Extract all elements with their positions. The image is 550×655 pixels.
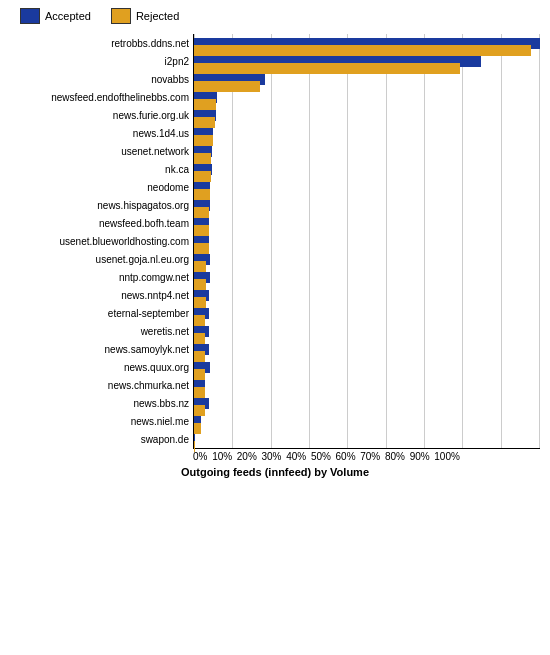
y-label: neodome	[10, 178, 193, 196]
y-label: i2pn2	[10, 52, 193, 70]
y-label: nntp.comgw.net	[10, 268, 193, 286]
chart-title: Outgoing feeds (innfeed) by Volume	[10, 466, 540, 478]
table-row: 996,885756,856	[194, 286, 540, 304]
y-label: newsfeed.bofh.team	[10, 214, 193, 232]
table-row: 996,802690,503	[194, 394, 540, 412]
table-row: 22,493,90621,882,171	[194, 34, 540, 52]
table-row: 1,185,9531,130,801	[194, 142, 540, 160]
table-row: 93,84993,849	[194, 430, 540, 448]
y-label: weretis.net	[10, 322, 193, 340]
y-label: retrobbs.ddns.net	[10, 34, 193, 52]
table-row: 999,449999,449	[194, 214, 540, 232]
bar-rejected	[194, 441, 195, 452]
y-label: usenet.blueworldhosting.com	[10, 232, 193, 250]
y-label: usenet.network	[10, 142, 193, 160]
y-label: news.bbs.nz	[10, 394, 193, 412]
x-axis-label: 80%	[385, 451, 405, 462]
table-row: 1,427,6531,380,529	[194, 106, 540, 124]
legend-rejected-label: Rejected	[136, 10, 179, 22]
legend-rejected-box	[111, 8, 131, 24]
table-row: 1,062,7091,002,871	[194, 196, 540, 214]
y-label: news.chmurka.net	[10, 376, 193, 394]
y-label: nk.ca	[10, 160, 193, 178]
legend-accepted-label: Accepted	[45, 10, 91, 22]
y-label: newsfeed.endofthelinebbs.com	[10, 88, 193, 106]
table-row: 703,446695,710	[194, 376, 540, 394]
y-label: eternal-september	[10, 304, 193, 322]
x-axis-label: 0%	[193, 451, 207, 462]
x-axis-label: 30%	[262, 451, 282, 462]
x-axis-label: 60%	[336, 451, 356, 462]
table-row: 1,480,0141,454,166	[194, 88, 540, 106]
y-label: news.hispagatos.org	[10, 196, 193, 214]
chart-area: retrobbs.ddns.neti2pn2novabbsnewsfeed.en…	[10, 34, 540, 462]
y-label: news.1d4.us	[10, 124, 193, 142]
table-row: 965,744742,103	[194, 304, 540, 322]
y-label: news.nntp4.net	[10, 286, 193, 304]
y-label: swapon.de	[10, 430, 193, 448]
legend-accepted-box	[20, 8, 40, 24]
legend-accepted: Accepted	[20, 8, 91, 24]
y-label: news.samoylyk.net	[10, 340, 193, 358]
legend-rejected: Rejected	[111, 8, 179, 24]
y-label: news.quux.org	[10, 358, 193, 376]
x-axis-label: 90%	[410, 451, 430, 462]
table-row: 953,203953,203	[194, 232, 540, 250]
table-row: 1,043,510802,722	[194, 250, 540, 268]
table-row: 1,009,669766,453	[194, 268, 540, 286]
y-label: news.niel.me	[10, 412, 193, 430]
x-axis-label: 50%	[311, 451, 331, 462]
chart-container: Accepted Rejected retrobbs.ddns.neti2pn2…	[0, 0, 550, 508]
table-row: 971,215708,353	[194, 340, 540, 358]
x-axis-labels: 0%10%20%30%40%50%60%70%80%90%100%	[193, 449, 460, 462]
x-axis-label: 20%	[237, 451, 257, 462]
y-label: usenet.goja.nl.eu.org	[10, 250, 193, 268]
chart-inner: retrobbs.ddns.neti2pn2novabbsnewsfeed.en…	[10, 34, 540, 449]
table-row: 996,048725,133	[194, 322, 540, 340]
x-axis-label: 10%	[212, 451, 232, 462]
table-row: 1,063,1721,063,172	[194, 178, 540, 196]
x-axis-label: 40%	[286, 451, 306, 462]
table-row: 1,050,283697,923	[194, 358, 540, 376]
table-row: 18,661,44917,282,941	[194, 52, 540, 70]
x-axis-label: 100%	[434, 451, 460, 462]
table-row: 1,244,9111,243,757	[194, 124, 540, 142]
y-label: news.furie.org.uk	[10, 106, 193, 124]
y-label: novabbs	[10, 70, 193, 88]
y-labels: retrobbs.ddns.neti2pn2novabbsnewsfeed.en…	[10, 34, 193, 449]
table-row: 1,169,1381,107,805	[194, 160, 540, 178]
table-row: 444,682440,979	[194, 412, 540, 430]
bars-area: 22,493,90621,882,17118,661,44917,282,941…	[193, 34, 540, 449]
legend: Accepted Rejected	[10, 8, 540, 24]
x-axis-label: 70%	[360, 451, 380, 462]
table-row: 4,584,5034,263,485	[194, 70, 540, 88]
